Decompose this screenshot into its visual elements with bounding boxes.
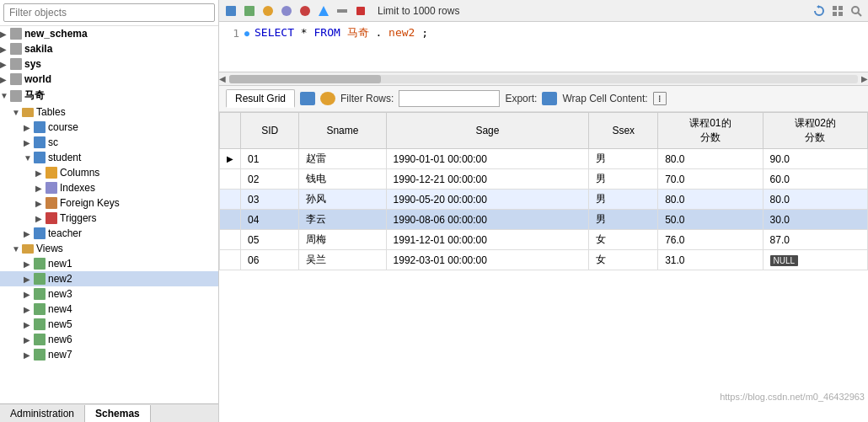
- cell-arrow: [220, 190, 241, 210]
- sidebar-item-columns[interactable]: ▶ Columns: [0, 165, 218, 180]
- toolbar-grid-icon[interactable]: [829, 3, 846, 19]
- schema-icon: [10, 58, 22, 70]
- table-row[interactable]: 04 李云 1990-08-06 00:00:00 男 50.0 30.0: [220, 210, 868, 230]
- svg-rect-10: [839, 6, 843, 10]
- tree-label: Tables: [36, 106, 66, 118]
- toolbar-icon-6[interactable]: [315, 3, 332, 19]
- export-icon[interactable]: [542, 92, 557, 105]
- cell-sname: 孙风: [299, 190, 386, 210]
- sidebar-item-new3[interactable]: ▶ new3: [0, 286, 218, 302]
- toolbar-search-icon[interactable]: [848, 3, 865, 19]
- toolbar-icon-7[interactable]: [334, 3, 351, 19]
- line-number: 1: [226, 27, 239, 40]
- cell-arrow: [220, 250, 241, 270]
- sidebar-item-sc[interactable]: ▶ sc: [0, 135, 218, 150]
- svg-line-14: [858, 13, 861, 16]
- cell-sname: 钱电: [299, 169, 386, 190]
- svg-rect-6: [337, 9, 347, 13]
- cell-ssex: 男: [589, 149, 658, 169]
- svg-point-4: [300, 6, 310, 16]
- tab-administration[interactable]: Administration: [0, 405, 85, 422]
- sidebar-item-world[interactable]: ▶ world: [0, 72, 218, 87]
- toolbar-icon-5[interactable]: [297, 3, 313, 19]
- sql-star: *: [301, 26, 314, 39]
- toolbar-icon-2[interactable]: [241, 3, 258, 19]
- filter-input[interactable]: [3, 3, 215, 22]
- col-sid: SID: [241, 113, 299, 149]
- sidebar-item-tables[interactable]: ▼ Tables: [0, 104, 218, 120]
- refresh-small-icon[interactable]: [320, 92, 335, 105]
- sidebar-item-new1[interactable]: ▶ new1: [0, 256, 218, 271]
- sidebar-item-sys[interactable]: ▶ sys: [0, 56, 218, 72]
- columns-icon: [46, 167, 57, 179]
- table-row[interactable]: 05 周梅 1991-12-01 00:00:00 女 76.0 87.0: [220, 230, 868, 250]
- table-row[interactable]: 06 吴兰 1992-03-01 00:00:00 女 31.0 NULL: [220, 250, 868, 270]
- col-score2: 课程02的分数: [763, 113, 867, 149]
- sidebar-item-course[interactable]: ▶ course: [0, 120, 218, 135]
- null-badge: NULL: [770, 255, 799, 266]
- filter-rows-input[interactable]: [399, 90, 500, 107]
- sidebar-item-maqii[interactable]: ▼ 马奇: [0, 87, 218, 104]
- table-row[interactable]: ▶ 01 赵雷 1990-01-01 00:00:00 男 80.0 90.0: [220, 149, 868, 169]
- sidebar-item-indexes[interactable]: ▶ Indexes: [0, 180, 218, 195]
- cell-sid: 03: [241, 190, 299, 210]
- result-grid[interactable]: SID Sname Sage Ssex 课程01的分数 课程02的分数 ▶ 01…: [219, 112, 868, 422]
- toolbar-icon-3[interactable]: [260, 3, 276, 19]
- filter-rows-label: Filter Rows:: [340, 93, 394, 104]
- view-icon: [34, 318, 46, 330]
- sql-editor[interactable]: 1 ● SELECT * FROM 马奇 . new2 ;: [219, 22, 868, 72]
- tree-arrow: ▶: [0, 60, 10, 69]
- h-scrollbar[interactable]: [229, 75, 858, 83]
- cell-score1: 80.0: [658, 190, 763, 210]
- sidebar-item-student[interactable]: ▼ student: [0, 150, 218, 165]
- sql-dot: ●: [244, 29, 249, 38]
- tree-label: course: [48, 121, 78, 133]
- svg-rect-0: [226, 6, 236, 16]
- toolbar-stop-icon[interactable]: [352, 3, 369, 19]
- sidebar-item-new5[interactable]: ▶ new5: [0, 317, 218, 332]
- table-row[interactable]: 02 钱电 1990-12-21 00:00:00 男 70.0 60.0: [220, 169, 868, 190]
- tree-arrow: ▶: [35, 214, 46, 223]
- sidebar-item-views[interactable]: ▼ Views: [0, 241, 218, 256]
- sidebar-item-triggers[interactable]: ▶ Triggers: [0, 211, 218, 226]
- scroll-right-btn[interactable]: ▶: [861, 74, 868, 83]
- sidebar-item-new_schema[interactable]: ▶ new_schema: [0, 26, 218, 41]
- schema-icon: [10, 90, 22, 102]
- tree-arrow: ▶: [24, 290, 34, 299]
- tree-label: Indexes: [60, 182, 95, 194]
- scroll-left-btn[interactable]: ◀: [219, 74, 226, 83]
- cell-score1: 70.0: [658, 169, 763, 190]
- toolbar-icon-1[interactable]: [222, 3, 239, 19]
- form-icon[interactable]: [300, 92, 315, 105]
- sidebar-item-new6[interactable]: ▶ new6: [0, 332, 218, 347]
- toolbar-icon-4[interactable]: [278, 3, 295, 19]
- sidebar-item-new2[interactable]: ▶ new2: [0, 271, 218, 286]
- col-ssex: Ssex: [589, 113, 658, 149]
- view-icon: [34, 303, 46, 315]
- tree-arrow: ▶: [35, 184, 46, 193]
- cell-ssex: 男: [589, 210, 658, 230]
- result-grid-btn[interactable]: Result Grid: [226, 89, 295, 108]
- schema-icon: [10, 28, 22, 40]
- tree-label: world: [24, 73, 51, 85]
- h-scrollbar-thumb[interactable]: [229, 75, 381, 83]
- cell-score1: 80.0: [658, 149, 763, 169]
- tree-label: new5: [48, 318, 72, 330]
- sidebar-item-new7[interactable]: ▶ new7: [0, 347, 218, 362]
- cell-sid: 02: [241, 169, 299, 190]
- sidebar: ▶ new_schema ▶ sakila ▶ sys ▶ world ▼ 马奇…: [0, 0, 219, 422]
- wrap-icon[interactable]: ⁞: [653, 92, 667, 105]
- sidebar-item-new4[interactable]: ▶ new4: [0, 302, 218, 317]
- tab-schemas[interactable]: Schemas: [85, 405, 151, 422]
- sidebar-item-fk[interactable]: ▶ Foreign Keys: [0, 195, 218, 211]
- table-row[interactable]: 03 孙风 1990-05-20 00:00:00 男 80.0 80.0: [220, 190, 868, 210]
- toolbar-refresh-icon[interactable]: [811, 3, 828, 19]
- data-table: SID Sname Sage Ssex 课程01的分数 课程02的分数 ▶ 01…: [219, 112, 868, 270]
- sidebar-item-sakila[interactable]: ▶ sakila: [0, 41, 218, 56]
- svg-rect-7: [356, 7, 365, 15]
- sidebar-item-teacher[interactable]: ▶ teacher: [0, 226, 218, 241]
- tree-arrow: ▶: [24, 123, 34, 132]
- tree-label: new7: [48, 349, 72, 361]
- cell-sid: 04: [241, 210, 299, 230]
- sql-line: 1 ● SELECT * FROM 马奇 . new2 ;: [226, 25, 861, 40]
